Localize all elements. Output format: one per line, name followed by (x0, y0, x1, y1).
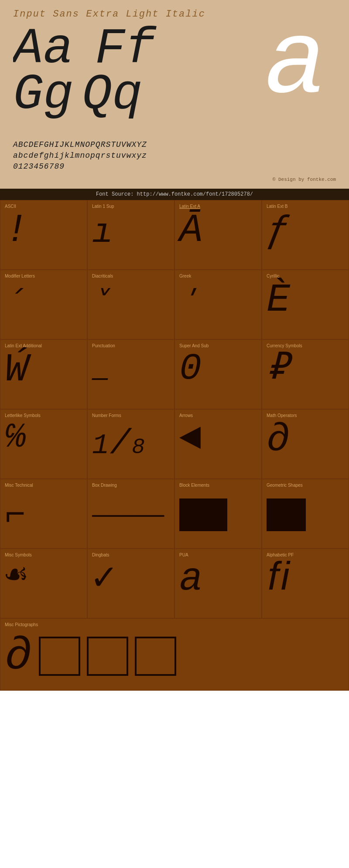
specimen-pair-qq: Qq (82, 70, 142, 120)
glyph-char-miscsymbols: ☙ (5, 559, 27, 597)
glyph-char-boxdrawing: ───── (92, 505, 164, 529)
footer-credit: © Design by fontke.com (13, 175, 336, 184)
glyph-cell-currency: Currency Symbols ₽ (262, 339, 349, 409)
glyph-cell-blockelements: Block Elements (174, 479, 262, 549)
glyph-char-dingbats: ✓ (92, 559, 116, 599)
glyph-cell-diacriticals: Diacriticals ˅ (87, 270, 174, 339)
glyph-char-geoshapes (267, 498, 306, 531)
alphabet-section: ABCDEFGHIJKLMNOPQRSTUVWXYZ abcdefghijklm… (13, 139, 336, 175)
glyph-label-geoshapes: Geometric Shapes (267, 483, 303, 488)
glyph-char-alphabeticpf: ﬁ (267, 559, 290, 599)
misc-pictographs-section: Misc Pictographs ∂ (0, 618, 349, 691)
glyph-cell-pua: PUA a (174, 549, 262, 618)
glyph-char-latinextadd: Ẃ (5, 350, 28, 390)
fraction-denominator: 8 (132, 437, 145, 458)
glyph-label-latin1sup: Latin 1 Sup (92, 204, 114, 209)
glyph-cell-superandsub: Super And Sub 0 (174, 339, 262, 409)
glyph-cell-numberforms: Number Forms 1 / 8 (87, 409, 174, 479)
glyph-label-miscpictographs: Misc Pictographs (5, 622, 344, 627)
glyph-char-cyrillic: È (267, 281, 290, 320)
glyph-label-latinextb: Latin Ext B (267, 204, 287, 209)
glyph-label-blockelements: Block Elements (179, 483, 209, 488)
glyph-char-misctechnical: ⌐ (5, 498, 26, 533)
glyph-char-latinextb: ƒ (267, 211, 290, 250)
glyph-cell-latinextb: Latin Ext B ƒ (262, 200, 349, 270)
glyph-label-alphabeticpf: Alphabetic PF (267, 553, 294, 557)
glyph-char-mathops: ∂ (267, 420, 290, 459)
glyph-label-greek: Greek (179, 274, 191, 278)
glyph-cell-miscsymbols: Misc Symbols ☙ (0, 549, 87, 618)
glyph-cell-mathops: Math Operators ∂ (262, 409, 349, 479)
glyph-label-diacriticals: Diacriticals (92, 274, 113, 278)
glyph-char-arrows: ◄ (179, 420, 202, 457)
glyph-char-numberforms: 1 / 8 (92, 427, 145, 461)
glyph-char-punctuation: — (92, 366, 108, 392)
misc-pictograph-char1: ∂ (5, 634, 32, 679)
fraction-numerator: 1 (92, 432, 109, 460)
glyph-cell-arrows: Arrows ◄ (174, 409, 262, 479)
glyph-cell-alphabeticpf: Alphabetic PF ﬁ (262, 549, 349, 618)
glyph-label-superandsub: Super And Sub (179, 343, 209, 348)
alphabet-upper: ABCDEFGHIJKLMNOPQRSTUVWXYZ (13, 139, 336, 150)
glyphs-grid: ASCII ! Latin 1 Sup ı Latin Ext A Ā Lati… (0, 200, 349, 618)
glyph-label-letterlike: Letterlike Symbols (5, 413, 41, 418)
glyph-char-superandsub: 0 (179, 350, 202, 387)
glyph-label-cyrillic: Cyrillic (267, 274, 279, 278)
glyph-cell-greek: Greek ʹ (174, 270, 262, 339)
alphabet-lower: abcdefghijklmnopqrstuvwxyz (13, 150, 336, 161)
glyph-cell-dingbats: Dingbats ✓ (87, 549, 174, 618)
digits: 0123456789 (13, 161, 336, 172)
glyph-cell-latinextadd: Latin Ext Additional Ẃ (0, 339, 87, 409)
glyph-char-modifier: ˊ (5, 289, 20, 320)
glyph-char-blockelements (179, 498, 227, 531)
glyph-label-dingbats: Dingbats (92, 553, 109, 557)
glyph-label-arrows: Arrows (179, 413, 193, 418)
glyph-char-latin1sup: ı (92, 215, 113, 250)
glyph-char-latinexta: Ā (179, 211, 203, 250)
misc-pictograph-square2 (87, 637, 128, 676)
glyph-label-misctechnical: Misc Technical (5, 483, 33, 488)
glyph-label-miscsymbols: Misc Symbols (5, 553, 32, 557)
glyph-char-diacriticals: ˅ (92, 289, 107, 320)
bottom-section: Misc Pictographs ∂ (0, 618, 349, 691)
fraction-slash: / (110, 427, 131, 461)
source-bar: Font Source: http://www.fontke.com/font/… (0, 189, 349, 200)
font-title: Input Sans Extra Light Italic (13, 9, 336, 20)
glyph-label-boxdrawing: Box Drawing (92, 483, 117, 488)
glyph-label-latinextadd: Latin Ext Additional (5, 343, 42, 348)
glyph-cell-punctuation: Punctuation — (87, 339, 174, 409)
glyph-cell-latinexta: Latin Ext A Ā (174, 200, 262, 270)
header-section: Input Sans Extra Light Italic Aa Ff Gg Q… (0, 0, 349, 189)
glyph-cell-modifier: Modifier Letters ˊ (0, 270, 87, 339)
misc-pictographs-chars: ∂ (5, 634, 344, 688)
glyph-label-pua: PUA (179, 553, 188, 557)
glyph-label-currency: Currency Symbols (267, 343, 302, 348)
glyph-char-greek: ʹ (179, 289, 198, 320)
glyph-label-mathops: Math Operators (267, 413, 297, 418)
glyph-char-ascii: ! (5, 211, 28, 250)
glyph-cell-geoshapes: Geometric Shapes (262, 479, 349, 549)
glyph-cell-misctechnical: Misc Technical ⌐ (0, 479, 87, 549)
specimen-large-a: a (264, 24, 327, 108)
glyph-char-letterlike: ℅ (5, 420, 26, 455)
glyph-cell-ascii: ASCII ! (0, 200, 87, 270)
glyph-label-ascii: ASCII (5, 204, 16, 209)
misc-pictograph-square1 (39, 637, 80, 676)
glyph-cell-letterlike: Letterlike Symbols ℅ (0, 409, 87, 479)
misc-pictograph-square3 (135, 637, 176, 676)
glyph-label-modifier: Modifier Letters (5, 274, 35, 278)
glyph-label-latinexta: Latin Ext A (179, 204, 200, 209)
glyph-cell-boxdrawing: Box Drawing ───── (87, 479, 174, 549)
specimen-pair-gg: Gg (13, 70, 73, 120)
specimen-area: Aa Ff Gg Qq a (13, 24, 336, 137)
glyph-char-pua: a (179, 559, 203, 599)
glyph-label-punctuation: Punctuation (92, 343, 115, 348)
glyph-char-currency: ₽ (267, 350, 289, 387)
glyph-label-numberforms: Number Forms (92, 413, 121, 418)
glyph-cell-latin1sup: Latin 1 Sup ı (87, 200, 174, 270)
glyph-cell-cyrillic: Cyrillic È (262, 270, 349, 339)
